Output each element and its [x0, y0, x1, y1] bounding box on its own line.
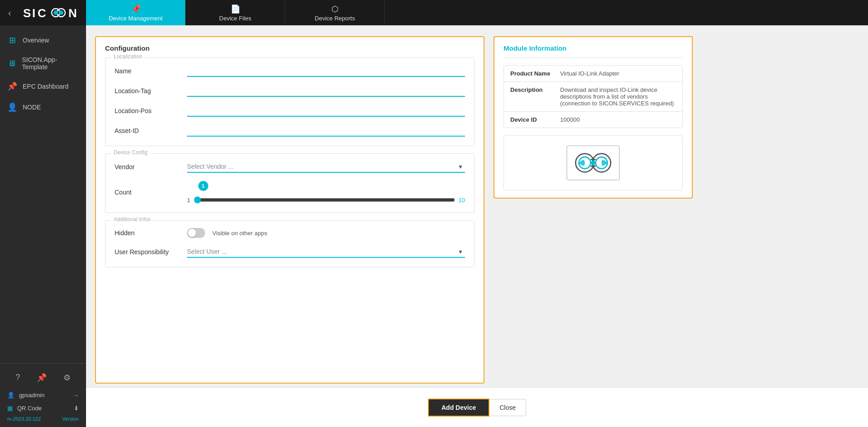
additional-infos-section-title: Additional Infos: [111, 216, 153, 223]
settings-icon[interactable]: ⚙: [62, 371, 72, 384]
name-input-wrapper: [187, 65, 465, 77]
name-row: Name: [115, 65, 465, 77]
username-label: gpsadmin: [19, 392, 44, 399]
count-row: Count 1 1 10: [115, 181, 465, 204]
vendor-select[interactable]: Select Vendor ...: [187, 161, 465, 173]
app-template-icon: 🖥: [7, 59, 17, 68]
version-number: m-2023.20.122: [7, 416, 41, 422]
sidebar-qr-row: ▦ QR Code ⬇: [0, 402, 86, 414]
qr-icon: ▦: [7, 405, 13, 412]
device-reports-tab-label: Device Reports: [315, 15, 355, 22]
sidebar-item-label: Overview: [23, 37, 49, 44]
hidden-label: Hidden: [115, 229, 187, 237]
sidebar-item-epc-dashboard[interactable]: 📌 EPC Dashboard: [0, 76, 86, 97]
config-title: Configuration: [105, 44, 475, 52]
count-label: Count: [115, 189, 187, 196]
asset-id-label: Asset-ID: [115, 127, 187, 134]
product-name-row: Product Name Virtual IO-Link Adapter: [504, 66, 682, 82]
svg-point-5: [53, 10, 58, 15]
sidebar-item-label: NODE: [23, 104, 41, 111]
sidebar-item-node[interactable]: 👤 NODE: [0, 97, 86, 118]
user-icon: 👤: [7, 392, 14, 399]
topnav: 📌 Device Management 📄 Device Files ⬡ Dev…: [86, 0, 868, 25]
version-label: Version: [62, 416, 79, 422]
device-icon[interactable]: 📌: [35, 371, 48, 384]
location-pos-row: Location-Pos: [115, 105, 465, 117]
footer-bar: Add Device Close: [86, 387, 868, 427]
product-name-label: Product Name: [510, 70, 560, 77]
hidden-row: Hidden Visible on other apps: [115, 228, 465, 238]
back-arrow[interactable]: ‹: [4, 1, 16, 24]
tab-device-files[interactable]: 📄 Device Files: [186, 0, 285, 25]
slider-bubble: 1: [198, 181, 208, 191]
location-pos-input-wrapper: [187, 105, 465, 117]
device-files-tab-icon: 📄: [230, 4, 240, 14]
user-responsibility-select[interactable]: Select User ...: [187, 246, 465, 258]
sidebar-item-sicon-app-template[interactable]: 🖥 SICON.App-Template: [0, 51, 86, 76]
vendor-select-wrapper: Select Vendor ... ▼: [187, 161, 465, 173]
device-reports-tab-icon: ⬡: [331, 4, 339, 14]
module-panel: Module Information Product Name Virtual …: [494, 36, 693, 199]
name-input[interactable]: [187, 65, 465, 77]
count-slider-wrapper: 1 1 10: [187, 181, 465, 204]
sidebar-version: m-2023.20.122 Version: [0, 414, 86, 423]
description-value: Download and inspect IO-Link device desc…: [560, 86, 676, 107]
device-files-tab-label: Device Files: [219, 15, 251, 22]
tab-device-reports[interactable]: ⬡ Device Reports: [285, 0, 385, 25]
description-row: Description Download and inspect IO-Link…: [504, 82, 682, 112]
sidebar-item-overview[interactable]: ⊞ Overview: [0, 30, 86, 51]
svg-text:I: I: [32, 6, 36, 20]
add-device-button[interactable]: Add Device: [428, 399, 489, 417]
qr-label: QR Code: [17, 405, 42, 412]
node-icon: 👤: [7, 102, 17, 112]
location-tag-label: Location-Tag: [115, 87, 187, 95]
location-pos-input[interactable]: [187, 105, 465, 117]
visible-on-apps-label: Visible on other apps: [212, 230, 267, 237]
sidebar-item-label: EPC Dashboard: [23, 83, 68, 90]
device-id-value: 100000: [560, 116, 580, 123]
hidden-toggle[interactable]: [187, 228, 205, 238]
vendor-label: Vendor: [115, 163, 187, 171]
count-slider[interactable]: [194, 196, 455, 204]
asset-id-row: Asset-ID: [115, 125, 465, 137]
user-responsibility-label: User Responsibility: [115, 248, 187, 256]
sicon-module-logo: [566, 145, 620, 181]
svg-text:C: C: [38, 6, 47, 20]
epc-icon: 📌: [7, 81, 17, 91]
sidebar-item-label: SICON.App-Template: [22, 56, 79, 71]
svg-text:N: N: [68, 6, 77, 20]
user-responsibility-row: User Responsibility Select User ... ▼: [115, 246, 465, 258]
content-body: Configuration Localization Name Location…: [86, 25, 868, 384]
sidebar: ‹ S I C N ⊞ Overview 🖥 SICON.App-Templat…: [0, 0, 86, 427]
device-id-label: Device ID: [510, 116, 560, 123]
localization-section: Localization Name Location-Tag Location-…: [105, 57, 475, 146]
toggle-knob: [188, 229, 196, 237]
sidebar-nav: ⊞ Overview 🖥 SICON.App-Template 📌 EPC Da…: [0, 25, 86, 363]
location-tag-input[interactable]: [187, 85, 465, 97]
svg-point-6: [59, 10, 63, 15]
download-icon[interactable]: ⬇: [74, 405, 79, 412]
module-logo-box: [504, 135, 683, 190]
tab-device-management[interactable]: 📌 Device Management: [86, 0, 186, 25]
slider-max-label: 10: [459, 197, 465, 204]
help-icon[interactable]: ?: [14, 371, 22, 384]
sidebar-user: 👤 gpsadmin →: [0, 388, 86, 402]
device-id-row: Device ID 100000: [504, 112, 682, 128]
module-info-table: Product Name Virtual IO-Link Adapter Des…: [504, 65, 683, 128]
device-management-tab-icon: 📌: [131, 4, 141, 14]
close-button[interactable]: Close: [489, 399, 526, 416]
hidden-toggle-wrapper: Visible on other apps: [187, 228, 465, 238]
config-panel: Configuration Localization Name Location…: [95, 36, 484, 384]
sidebar-bottom-icons: ? 📌 ⚙: [0, 367, 86, 388]
location-tag-row: Location-Tag: [115, 85, 465, 97]
description-label: Description: [510, 86, 560, 107]
device-management-tab-label: Device Management: [109, 15, 163, 22]
asset-id-input[interactable]: [187, 125, 465, 137]
sidebar-logo: S I C N: [16, 0, 89, 25]
module-title: Module Information: [504, 44, 683, 58]
svg-text:S: S: [23, 6, 32, 20]
asset-id-input-wrapper: [187, 125, 465, 137]
overview-icon: ⊞: [7, 35, 17, 45]
logout-icon[interactable]: →: [73, 392, 79, 399]
slider-min-label: 1: [187, 197, 190, 204]
